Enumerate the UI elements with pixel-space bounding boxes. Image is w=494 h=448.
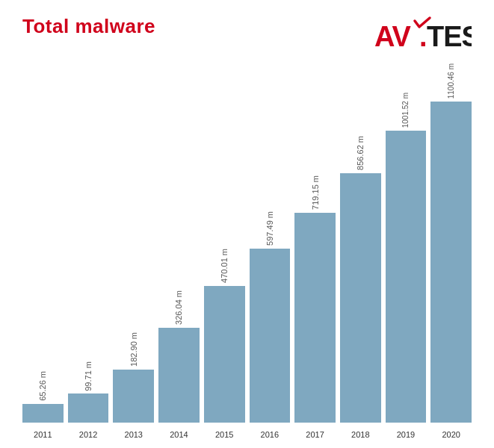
- bar-year-label-2017: 2017: [306, 430, 324, 439]
- bar-value-2011: 65.26 m: [38, 371, 47, 401]
- bar-2016: 2016: [250, 249, 291, 423]
- bar-group-2012: 99.71 m2012: [68, 63, 109, 423]
- bar-2018: 2018: [340, 173, 381, 423]
- bar-value-2018: 856.62 m: [356, 136, 365, 170]
- bar-group-2013: 182.90 m2013: [113, 63, 154, 423]
- chart-area: 65.26 m201199.71 m2012182.90 m2013326.04…: [22, 63, 472, 445]
- bar-2012: 2012: [68, 393, 109, 423]
- bar-value-2015: 470.01 m: [220, 249, 229, 283]
- bar-group-2014: 326.04 m2014: [158, 63, 200, 423]
- bar-2014: 2014: [158, 328, 200, 423]
- bar-value-2014: 326.04 m: [174, 290, 183, 325]
- bar-2020: 2020: [430, 102, 472, 423]
- bar-year-label-2016: 2016: [261, 430, 279, 439]
- bar-value-2019: 1001.52 m: [401, 93, 410, 128]
- bar-2011: 2011: [22, 404, 64, 423]
- bar-year-label-2020: 2020: [442, 430, 460, 439]
- page-container: Total malware AV . TEST 65.26 m201199.71…: [0, 0, 494, 448]
- bar-2019: 2019: [386, 131, 427, 423]
- bars-container: 65.26 m201199.71 m2012182.90 m2013326.04…: [22, 63, 472, 445]
- page-title: Total malware: [22, 15, 155, 38]
- logo: AV . TEST: [374, 15, 472, 56]
- bar-group-2011: 65.26 m2011: [22, 63, 64, 423]
- bar-year-label-2019: 2019: [397, 430, 415, 439]
- bar-group-2019: 1001.52 m2019: [386, 63, 427, 423]
- bar-group-2020: 1100.46 m2020: [430, 63, 472, 423]
- header: Total malware AV . TEST: [22, 15, 472, 56]
- bar-2015: 2015: [204, 286, 245, 423]
- bar-year-label-2012: 2012: [79, 430, 97, 439]
- bar-2017: 2017: [294, 213, 336, 423]
- bar-year-label-2014: 2014: [170, 430, 188, 439]
- svg-text:AV: AV: [374, 21, 412, 52]
- bar-group-2016: 597.49 m2016: [250, 63, 291, 423]
- bar-value-2013: 182.90 m: [129, 332, 138, 367]
- bar-2013: 2013: [113, 370, 154, 423]
- bar-year-label-2013: 2013: [125, 430, 143, 439]
- bar-value-2017: 719.15 m: [311, 175, 320, 210]
- bar-year-label-2011: 2011: [34, 430, 52, 439]
- bar-group-2018: 856.62 m2018: [340, 63, 381, 423]
- bar-group-2017: 719.15 m2017: [294, 63, 336, 423]
- bar-value-2020: 1100.46 m: [447, 63, 455, 99]
- bar-value-2012: 99.71 m: [84, 361, 93, 391]
- bar-year-label-2015: 2015: [215, 430, 233, 439]
- avtest-logo-svg: AV . TEST: [374, 15, 472, 56]
- bar-group-2015: 470.01 m2015: [204, 63, 245, 423]
- svg-text:TEST: TEST: [427, 21, 472, 52]
- bar-value-2016: 597.49 m: [265, 211, 274, 246]
- bar-year-label-2018: 2018: [351, 430, 369, 439]
